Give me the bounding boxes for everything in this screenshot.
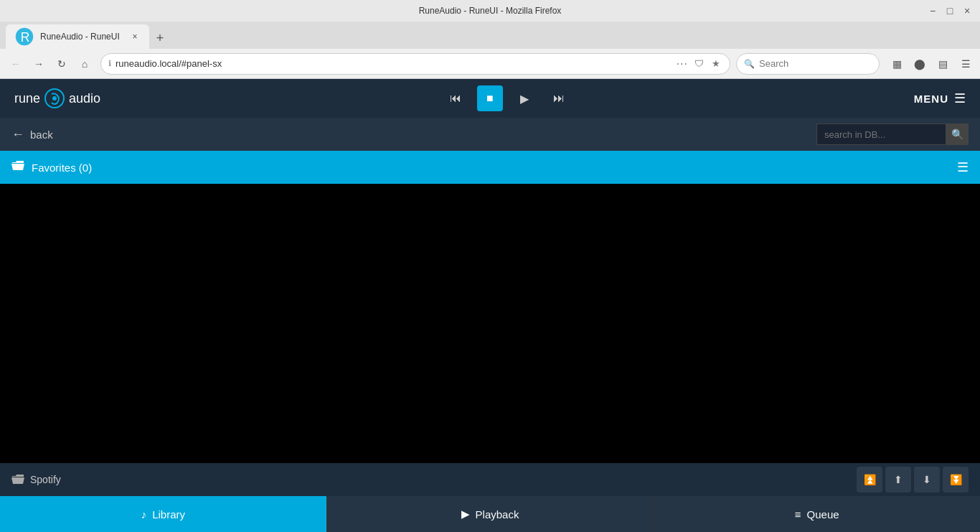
folder-open-icon xyxy=(11,160,24,172)
app-container: rune audio ⏮ ■ ▶ ⏭ MENU ☰ ← back xyxy=(0,79,980,532)
new-tab-button[interactable]: + xyxy=(149,27,171,49)
favorites-title: Favorites (0) xyxy=(32,162,92,174)
favorites-header: Favorites (0) ☰ xyxy=(0,151,980,184)
bottom-title-area: Spotify xyxy=(11,474,61,485)
active-tab[interactable]: R RuneAudio - RuneUI × xyxy=(6,24,149,49)
play-button[interactable]: ▶ xyxy=(512,85,537,111)
bottom-title: Spotify xyxy=(30,474,61,485)
menu-area[interactable]: MENU ☰ xyxy=(914,90,966,106)
search-db-button[interactable]: 🔍 xyxy=(946,123,969,145)
browser-search-bar[interactable]: 🔍 xyxy=(736,53,880,75)
browser-title: RuneAudio - RuneUI - Mozilla Firefox xyxy=(419,6,562,16)
tab-close-button[interactable]: × xyxy=(129,31,141,42)
stop-button[interactable]: ■ xyxy=(477,85,503,111)
home-button[interactable]: ⌂ xyxy=(75,54,95,74)
title-bar: RuneAudio - RuneUI - Mozilla Firefox − □… xyxy=(0,0,980,22)
back-label: back xyxy=(30,129,53,141)
scroll-down-button[interactable]: ⬇ xyxy=(914,467,940,493)
bottom-tab-bar: ♪ Library ▶ Playback ≡ Queue xyxy=(0,496,980,532)
search-db-area: 🔍 xyxy=(816,123,969,145)
back-button[interactable]: ← back xyxy=(11,127,53,142)
browser-search-input[interactable] xyxy=(759,58,880,69)
logo-icon xyxy=(43,87,66,110)
tab-favicon: R xyxy=(14,27,34,47)
forward-button[interactable]: → xyxy=(29,54,49,74)
browser-search-icon: 🔍 xyxy=(744,59,755,69)
bottom-nav-icons: ⏫ ⬆ ⬇ ⏬ xyxy=(857,467,969,493)
tab-bar: R RuneAudio - RuneUI × + xyxy=(0,22,980,49)
main-content xyxy=(0,184,980,463)
more-options-icon[interactable]: ··· xyxy=(677,57,688,70)
prev-button[interactable]: ⏮ xyxy=(443,85,468,111)
menu-label: MENU xyxy=(914,93,948,105)
close-window-button[interactable]: × xyxy=(961,5,973,17)
logo-rune-text: rune xyxy=(14,91,40,106)
pocket-icon[interactable]: ⬤ xyxy=(911,55,928,73)
nav-right-icons: ▦ ⬤ ▤ ☰ xyxy=(888,55,974,73)
library-icon[interactable]: ▦ xyxy=(888,55,905,73)
playback-label: Playback xyxy=(476,508,519,521)
scroll-top-button[interactable]: ⏫ xyxy=(857,467,882,493)
back-button[interactable]: ← xyxy=(6,54,26,74)
tab-playback[interactable]: ▶ Playback xyxy=(327,496,654,532)
nav-bar: ← → ↻ ⌂ ℹ runeaudio.local/#panel-sx ··· … xyxy=(0,49,980,79)
nav-row: ← back 🔍 xyxy=(0,118,980,151)
reload-button[interactable]: ↻ xyxy=(52,54,72,74)
window-controls: − □ × xyxy=(927,5,973,17)
bottom-folder-icon xyxy=(11,474,24,485)
minimize-button[interactable]: − xyxy=(927,5,938,17)
back-arrow-icon: ← xyxy=(11,127,24,142)
library-label: Library xyxy=(152,508,185,521)
next-button[interactable]: ⏭ xyxy=(546,85,572,111)
address-bar[interactable]: ℹ runeaudio.local/#panel-sx ··· 🛡 ★ xyxy=(100,53,730,75)
logo-audio-text: audio xyxy=(69,91,100,106)
bookmark-shield-icon[interactable]: 🛡 xyxy=(692,57,705,70)
library-icon: ♪ xyxy=(141,508,147,521)
queue-icon: ≡ xyxy=(795,508,801,521)
tab-library[interactable]: ♪ Library xyxy=(0,496,326,532)
tab-label: RuneAudio - RuneUI xyxy=(40,32,120,42)
logo-area: rune audio xyxy=(14,87,100,110)
maximize-button[interactable]: □ xyxy=(944,5,956,17)
reader-mode-icon[interactable]: ▤ xyxy=(934,55,951,73)
app-header: rune audio ⏮ ■ ▶ ⏭ MENU ☰ xyxy=(0,79,980,118)
favorites-menu-icon[interactable]: ☰ xyxy=(957,159,969,175)
scroll-up-button[interactable]: ⬆ xyxy=(885,467,911,493)
bottom-bar: Spotify ⏫ ⬆ ⬇ ⏬ xyxy=(0,463,980,496)
security-icon: ℹ xyxy=(108,59,111,68)
hamburger-menu-icon[interactable]: ☰ xyxy=(957,55,974,73)
menu-hamburger-icon: ☰ xyxy=(954,90,966,106)
favorites-folder-icon xyxy=(11,160,24,174)
search-db-input[interactable] xyxy=(816,123,946,145)
scroll-bottom-button[interactable]: ⏬ xyxy=(943,467,969,493)
svg-text:R: R xyxy=(21,30,30,45)
favorites-title-area: Favorites (0) xyxy=(11,160,92,174)
bookmark-star-icon[interactable]: ★ xyxy=(710,57,722,70)
player-controls: ⏮ ■ ▶ ⏭ xyxy=(443,85,572,111)
svg-point-3 xyxy=(52,96,57,101)
runeaudio-logo-svg xyxy=(44,88,65,108)
queue-label: Queue xyxy=(807,508,839,521)
playback-icon: ▶ xyxy=(461,508,470,521)
url-display: runeaudio.local/#panel-sx xyxy=(116,58,672,69)
tab-queue[interactable]: ≡ Queue xyxy=(654,496,980,532)
